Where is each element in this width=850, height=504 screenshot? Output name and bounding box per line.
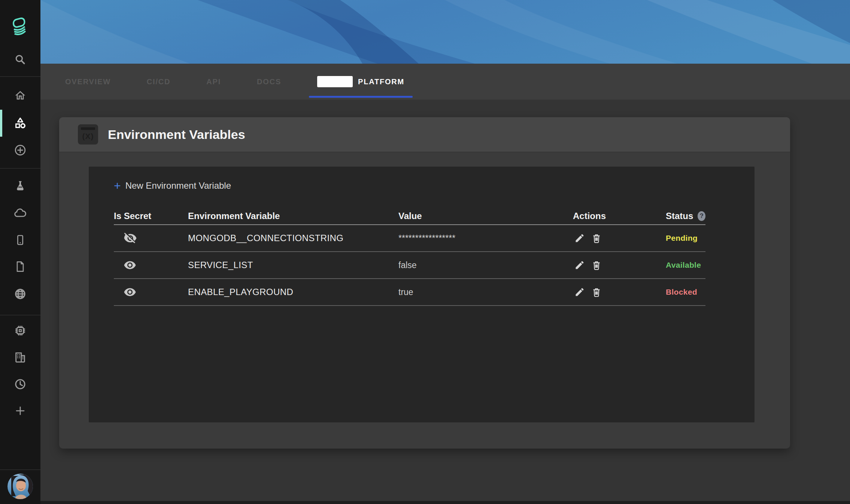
header-value: Value (398, 211, 573, 221)
eye-icon[interactable] (124, 259, 136, 271)
variable-value: ***************** (398, 233, 573, 243)
delete-icon[interactable] (591, 286, 602, 298)
header-status: Status ? (666, 211, 705, 221)
document-icon (14, 261, 26, 273)
sidebar-item-organization[interactable] (0, 344, 40, 371)
logo-icon (10, 16, 31, 37)
env-variables-icon: (X) (78, 124, 98, 145)
sidebar-item-web[interactable] (0, 280, 40, 307)
search-icon (14, 54, 26, 66)
table-row: MONGODB__CONNECTIONSTRING **************… (114, 225, 705, 252)
sidebar-divider (0, 168, 40, 168)
table-body: MONGODB__CONNECTIONSTRING **************… (114, 225, 705, 306)
page-title: Environment Variables (108, 127, 245, 142)
variable-name: ENABLE_PLAYGROUND (188, 287, 398, 297)
new-environment-variable-button[interactable]: + New Environment Variable (114, 180, 231, 191)
environment-variables-card: (X) Environment Variables + New Environm… (59, 117, 790, 449)
table-row: ENABLE_PLAYGROUND true Blocked (114, 279, 705, 306)
status-badge: Available (666, 261, 705, 270)
sidebar-divider (0, 76, 40, 77)
phone-icon (14, 234, 26, 246)
avatar-photo (7, 474, 33, 499)
tab-bar: OVERVIEW CI/CD API DOCS PLATFORM (40, 64, 850, 100)
eye-off-icon[interactable] (124, 231, 137, 245)
tab-overview[interactable]: OVERVIEW (65, 64, 111, 100)
sidebar-item-search[interactable] (0, 46, 40, 73)
edit-icon[interactable] (574, 260, 585, 270)
table-row: SERVICE_LIST false Available (114, 252, 705, 279)
env-variables-panel: + New Environment Variable Is Secret Env… (89, 167, 755, 422)
tab-label: OVERVIEW (65, 78, 111, 86)
sidebar-item-home[interactable] (0, 82, 40, 109)
shapes-icon (14, 117, 27, 130)
bottom-strip (40, 501, 850, 504)
variable-value: true (398, 287, 573, 297)
delete-icon[interactable] (591, 233, 602, 244)
card-header: (X) Environment Variables (59, 117, 790, 152)
flask-icon (14, 180, 26, 192)
header-actions: Actions (573, 211, 666, 221)
sidebar-item-cloud[interactable] (0, 200, 40, 227)
table-header-row: Is Secret Environment Variable Value Act… (114, 208, 705, 225)
status-help-icon[interactable]: ? (698, 211, 705, 221)
sidebar-item-create[interactable] (0, 137, 40, 164)
edit-icon[interactable] (574, 287, 585, 297)
banner-waves (40, 0, 850, 64)
tab-cicd[interactable]: CI/CD (147, 64, 170, 100)
sidebar-item-add[interactable] (0, 397, 40, 424)
tab-label: DOCS (257, 78, 281, 86)
tab-docs[interactable]: DOCS (257, 64, 281, 100)
clock-icon (14, 378, 27, 391)
plus-icon: + (114, 180, 121, 191)
delete-icon[interactable] (591, 259, 602, 271)
variable-name: MONGODB__CONNECTIONSTRING (188, 233, 398, 243)
tab-label: CI/CD (147, 78, 170, 86)
tab-label: API (206, 78, 221, 86)
sidebar-item-catalog[interactable] (0, 110, 40, 137)
tab-label: PLATFORM (358, 78, 404, 86)
sidebar-item-history[interactable] (0, 371, 40, 398)
variable-name: SERVICE_LIST (188, 260, 398, 270)
brand-box (317, 76, 353, 87)
env-variables-table: Is Secret Environment Variable Value Act… (114, 208, 705, 306)
eye-icon[interactable] (124, 286, 136, 298)
sidebar-item-hardware[interactable] (0, 317, 40, 344)
sidebar-divider (0, 470, 40, 470)
chip-icon (14, 324, 27, 337)
header-is-secret: Is Secret (114, 211, 188, 221)
cloud-icon (13, 206, 27, 220)
sidebar-item-docs[interactable] (0, 253, 40, 280)
edit-icon[interactable] (574, 233, 585, 243)
header-environment-variable: Environment Variable (188, 211, 398, 221)
plus-circle-icon (14, 144, 27, 157)
sidebar-divider (0, 315, 40, 315)
sidebar (0, 0, 40, 504)
app-logo[interactable] (0, 13, 40, 40)
tab-platform[interactable]: PLATFORM (317, 64, 404, 100)
plus-icon (15, 405, 26, 416)
header-banner (40, 0, 850, 64)
home-icon (14, 89, 26, 101)
variable-value: false (398, 260, 573, 270)
sidebar-item-experiments[interactable] (0, 173, 40, 200)
globe-icon (14, 288, 27, 300)
status-badge: Pending (666, 234, 705, 243)
building-icon (14, 351, 27, 364)
tab-api[interactable]: API (206, 64, 221, 100)
sidebar-item-mobile[interactable] (0, 227, 40, 253)
active-item-indicator (0, 110, 2, 137)
status-badge: Blocked (666, 288, 705, 297)
user-avatar[interactable] (7, 474, 33, 499)
